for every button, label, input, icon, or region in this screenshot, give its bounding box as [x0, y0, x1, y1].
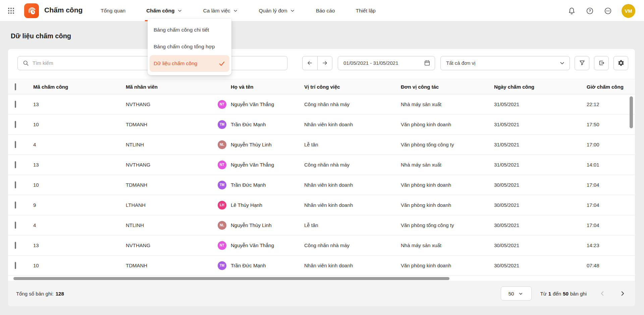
chevron-down-icon	[177, 8, 182, 13]
main-nav: Tổng quan Chấm công Ca làm việc Quản lý …	[101, 0, 376, 21]
column-header-4: Đơn vị công tác	[401, 84, 494, 90]
horizontal-scrollbar[interactable]	[13, 277, 449, 280]
more-options-icon[interactable]	[603, 6, 612, 15]
column-header-2: Họ và tên	[218, 84, 304, 90]
column-header-5: Ngày chấm công	[494, 84, 587, 90]
chevron-down-icon	[518, 291, 524, 297]
svg-text:?: ?	[589, 9, 591, 13]
page-size-select[interactable]: 50	[501, 286, 532, 301]
nav-item-4[interactable]: Báo cáo	[316, 8, 335, 14]
settings-button[interactable]	[613, 56, 628, 70]
table-row[interactable]: 10 TDMANH TM Trần Đức Mạnh Nhân viên kin…	[8, 256, 635, 276]
row-checkbox[interactable]	[15, 161, 16, 168]
menu-item-2[interactable]: Dữ liệu chấm công	[150, 55, 229, 72]
select-all-checkbox[interactable]	[15, 83, 16, 90]
employee-name: Nguyễn Văn Thắng	[231, 242, 274, 248]
chevron-down-icon	[233, 8, 238, 13]
date-range-picker[interactable]: 01/05/2021 - 31/05/2021	[338, 56, 435, 70]
row-checkbox[interactable]	[15, 201, 16, 209]
row-checkbox[interactable]	[15, 181, 16, 188]
filter-button[interactable]	[575, 56, 589, 70]
avatar: TM	[218, 261, 226, 270]
table-row[interactable]: 4 NTLINH NL Nguyễn Thùy Linh Lễ tân Văn …	[8, 215, 635, 235]
row-checkbox[interactable]	[15, 101, 16, 108]
menu-item-1[interactable]: Bảng chấm công tổng hợp	[148, 38, 231, 55]
table-body: 13 NVTHANG NT Nguyễn Văn Thắng Công nhân…	[8, 94, 635, 276]
cham-cong-dropdown-menu: Bảng chấm công chi tiết Bảng chấm công t…	[148, 19, 231, 75]
nav-item-2[interactable]: Ca làm việc	[203, 8, 238, 14]
app-title: Chấm công	[44, 6, 83, 14]
chevron-left-icon	[599, 290, 606, 297]
app-logo-fingerprint-clock-icon[interactable]	[24, 3, 39, 18]
total-records: Tổng số bản ghi:128	[16, 291, 64, 297]
date-step-arrows	[302, 56, 332, 70]
table-row[interactable]: 13 NVTHANG NT Nguyễn Văn Thắng Công nhân…	[8, 155, 635, 175]
table-row[interactable]: 10 TDMANH TM Trần Đức Mạnh Nhân viên kin…	[8, 175, 635, 195]
employee-name: Trần Đức Mạnh	[231, 182, 266, 188]
table-row[interactable]: 13 NVTHANG NT Nguyễn Văn Thắng Công nhân…	[8, 235, 635, 256]
row-checkbox[interactable]	[15, 121, 16, 128]
search-icon	[22, 60, 29, 66]
prev-page-button[interactable]	[598, 289, 607, 298]
help-icon[interactable]: ?	[585, 6, 594, 15]
avatar: TM	[218, 181, 226, 189]
export-icon	[598, 59, 605, 66]
nav-item-3[interactable]: Quản lý đơn	[259, 8, 295, 14]
vertical-scrollbar[interactable]	[630, 96, 633, 128]
content-card: 01/05/2021 - 31/05/2021 Tất cả đơn vị	[8, 49, 635, 306]
unit-filter-select[interactable]: Tất cả đơn vị	[440, 56, 570, 70]
table-footer: Tổng số bản ghi:128 50 Từ1đến50bản ghi	[8, 281, 635, 306]
employee-name: Nguyễn Thùy Linh	[231, 222, 271, 228]
next-period-button[interactable]	[318, 56, 332, 70]
export-button[interactable]	[594, 56, 609, 70]
row-checkbox[interactable]	[15, 222, 16, 229]
avatar: NT	[218, 161, 226, 169]
avatar: LH	[218, 201, 226, 210]
previous-period-button[interactable]	[303, 56, 318, 70]
table-header: Mã chấm côngMã nhân viênHọ và tênVị trí …	[8, 79, 635, 94]
column-header-1: Mã nhân viên	[126, 84, 218, 90]
table-row[interactable]: 10 TDMANH TM Trần Đức Mạnh Nhân viên kin…	[8, 115, 635, 135]
column-header-3: Vị trí công việc	[304, 84, 401, 90]
table-row[interactable]: 4 NTLINH NL Nguyễn Thùy Linh Lễ tân Văn …	[8, 135, 635, 155]
avatar: TM	[218, 120, 226, 129]
menu-item-0[interactable]: Bảng chấm công chi tiết	[148, 21, 231, 38]
calendar-icon	[424, 59, 431, 66]
chevron-down-icon	[559, 60, 566, 66]
nav-item-1[interactable]: Chấm công	[146, 8, 182, 14]
chevron-right-icon	[619, 290, 626, 297]
toolbar: 01/05/2021 - 31/05/2021 Tất cả đơn vị	[8, 49, 635, 79]
employee-name: Nguyễn Văn Thắng	[231, 101, 274, 107]
page-title: Dữ liệu chấm công	[11, 32, 71, 40]
employee-name: Trần Đức Mạnh	[231, 263, 266, 268]
avatar: NL	[218, 221, 226, 230]
row-checkbox[interactable]	[15, 242, 16, 249]
filter-funnel-icon	[579, 59, 586, 66]
avatar: NT	[218, 241, 226, 250]
gear-icon	[618, 59, 625, 66]
column-header-6: Giờ chấm công	[587, 84, 627, 90]
avatar: NT	[218, 100, 226, 109]
nav-item-0[interactable]: Tổng quan	[101, 8, 125, 14]
table-row[interactable]: 9 LTHANH LH Lê Thúy Hạnh Nhân viên kinh …	[8, 195, 635, 215]
row-checkbox[interactable]	[15, 262, 16, 269]
employee-name: Nguyễn Thùy Linh	[231, 142, 271, 147]
chevron-down-icon	[290, 8, 295, 13]
avatar: NL	[218, 140, 226, 149]
next-page-button[interactable]	[618, 289, 627, 298]
employee-name: Nguyễn Văn Thắng	[231, 162, 274, 168]
employee-name: Trần Đức Mạnh	[231, 122, 266, 127]
topbar: Chấm công Tổng quan Chấm công Ca làm việ…	[0, 0, 644, 21]
check-icon	[218, 60, 225, 67]
nav-item-5[interactable]: Thiết lập	[356, 8, 376, 14]
employee-name: Lê Thúy Hạnh	[231, 202, 262, 208]
records-range-text: Từ1đến50bản ghi	[540, 291, 587, 297]
app-launcher-icon[interactable]	[7, 7, 15, 14]
table-row[interactable]: 13 NVTHANG NT Nguyễn Văn Thắng Công nhân…	[8, 94, 635, 115]
row-checkbox[interactable]	[15, 141, 16, 148]
notifications-bell-icon[interactable]	[567, 6, 576, 15]
user-avatar[interactable]: VM	[622, 4, 635, 18]
column-header-0: Mã chấm công	[33, 84, 126, 90]
